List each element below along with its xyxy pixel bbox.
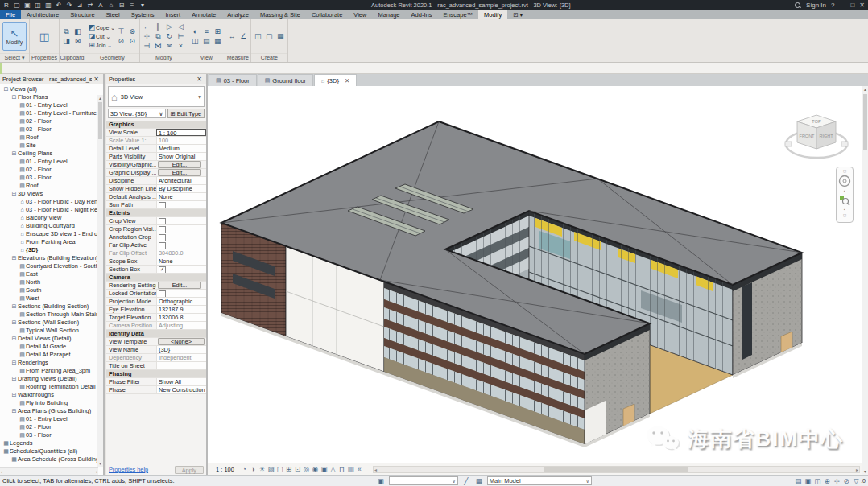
modify-button[interactable]: ↖ Modify bbox=[2, 22, 27, 51]
ribbon-tab[interactable]: Insert bbox=[159, 10, 186, 19]
property-row[interactable]: View Template <None> bbox=[106, 338, 206, 346]
print-icon[interactable]: ▥ bbox=[43, 1, 53, 10]
view-tab-3d[interactable]: ⌂ {3D} ✕ bbox=[314, 74, 357, 86]
scroll-down-icon[interactable]: ▾ bbox=[97, 460, 103, 467]
property-row[interactable]: Phase Filter Show All bbox=[106, 378, 206, 386]
ribbon-tab[interactable]: Enscape™ bbox=[437, 10, 478, 19]
ribbon-tab[interactable]: Manage bbox=[372, 10, 405, 19]
scroll-down-icon[interactable]: ▾ bbox=[862, 468, 868, 475]
tree-item[interactable]: ▤ 03 - Floor bbox=[0, 126, 103, 134]
ribbon-tab[interactable]: Analyze bbox=[221, 10, 254, 19]
design-options-combobox[interactable]: Main Model ∨ bbox=[487, 476, 592, 485]
visual-style-icon[interactable]: ◔ bbox=[240, 465, 249, 474]
tree-item[interactable]: ⊟ Sections (Building Section) bbox=[0, 303, 103, 311]
tree-item[interactable]: ⌂ Building Courtyard bbox=[0, 222, 103, 230]
ribbon-tab[interactable]: Annotate bbox=[186, 10, 221, 19]
select-toggle-icon[interactable]: ⊹ bbox=[832, 477, 841, 485]
ribbon-tab[interactable]: Structure bbox=[64, 10, 100, 19]
split-icon[interactable]: ⊣ bbox=[143, 42, 151, 51]
view-tab-close-icon[interactable]: ✕ bbox=[345, 77, 349, 84]
property-row[interactable]: View Scale 1 : 100 bbox=[106, 129, 206, 137]
trim-icon[interactable]: ⊢ bbox=[176, 32, 185, 41]
ribbon-tab[interactable]: Steel bbox=[101, 10, 126, 19]
mirror-draw-icon[interactable]: ◁ bbox=[176, 23, 185, 31]
align-icon[interactable]: ⌐ bbox=[143, 23, 151, 31]
tree-item[interactable]: ▦ Area Schedule (Gross Building) bbox=[0, 455, 103, 463]
delete-icon[interactable]: × bbox=[176, 42, 185, 51]
worksets-icon[interactable]: ▤ bbox=[793, 477, 803, 485]
tree-item[interactable]: ▤ Fly into Building bbox=[0, 399, 103, 407]
tree-item[interactable]: ⌂ From Parking Area bbox=[0, 238, 103, 246]
tree-item[interactable]: ⊟ Renderings bbox=[0, 359, 103, 367]
tree-item[interactable]: ▤ Site bbox=[0, 142, 103, 150]
tree-item[interactable]: ▤ West bbox=[0, 294, 103, 303]
project-browser-close-icon[interactable]: ✕ bbox=[92, 76, 101, 83]
temporary-view-properties-icon[interactable]: ▣ bbox=[320, 465, 329, 474]
exclusions-icon[interactable]: ⊘ bbox=[841, 477, 851, 485]
array-icon[interactable]: ⋈ bbox=[154, 42, 163, 51]
properties-close-icon[interactable]: ✕ bbox=[195, 76, 204, 83]
links-icon[interactable]: ⊕ bbox=[822, 477, 832, 485]
tree-item[interactable]: ▤ 03 - Floor bbox=[0, 174, 103, 182]
design-options-grid-icon[interactable]: ▦ bbox=[474, 477, 484, 485]
create-similar-icon[interactable]: ▢ bbox=[265, 32, 274, 41]
ribbon-tab[interactable]: View bbox=[348, 10, 372, 19]
property-row[interactable]: Target Elevation 132006.8 bbox=[106, 314, 206, 322]
tree-item[interactable]: ▤ 01 - Entry Level bbox=[0, 158, 103, 166]
maximize-button[interactable]: □ bbox=[850, 2, 854, 9]
section-icon[interactable]: ⊟ bbox=[117, 1, 126, 10]
tree-item[interactable]: ▤ 01 - Entry Level - Furniture L bbox=[0, 109, 103, 117]
beam-icon[interactable]: ⊗ bbox=[128, 27, 137, 36]
property-row[interactable]: Visibility/Graphic... Edit... bbox=[106, 161, 206, 169]
tree-item[interactable]: ⌂ {3D} bbox=[0, 246, 103, 254]
text-icon[interactable]: A bbox=[96, 1, 105, 10]
project-browser-scrollbar[interactable]: ▴ ▾ bbox=[97, 95, 103, 467]
tree-item[interactable]: ▤ Courtyard Elevation - South bbox=[0, 262, 103, 270]
tree-item[interactable]: ⊟ Detail Views (Detail) bbox=[0, 335, 103, 343]
rotate-icon[interactable]: ↻ bbox=[165, 32, 174, 41]
property-row[interactable]: Scale Value 1: 100 bbox=[106, 137, 206, 145]
copy-element-icon[interactable]: ⧉ bbox=[154, 32, 163, 41]
ribbon-tab[interactable]: File bbox=[0, 10, 21, 19]
temporary-hide-icon[interactable]: ◎ bbox=[302, 465, 311, 474]
property-row[interactable]: Title on Sheet bbox=[106, 362, 206, 370]
annotation-crop-icon[interactable]: ⊡ bbox=[293, 465, 302, 474]
type-selector-dropdown-icon[interactable]: ▾ bbox=[198, 93, 201, 101]
worksharing-display-icon[interactable]: ▥ bbox=[346, 465, 355, 474]
displace-icon[interactable]: ▤ bbox=[202, 37, 211, 46]
edit-type-button[interactable]: ⊞ Edit Type bbox=[167, 109, 205, 118]
minimize-button[interactable]: — bbox=[839, 2, 845, 9]
tree-item[interactable]: ▤ 02 - Floor bbox=[0, 423, 103, 431]
tree-item[interactable]: ▤ 03 - Floor bbox=[0, 431, 103, 439]
linework-icon[interactable]: ⊞ bbox=[213, 27, 222, 36]
navbar-expand-icon[interactable]: ◻ bbox=[843, 169, 846, 173]
cut-icon[interactable]: ◧ bbox=[73, 27, 82, 36]
paint-icon[interactable]: ⊙ bbox=[128, 37, 137, 46]
match-type-icon[interactable]: ⊠ bbox=[73, 37, 82, 46]
ribbon-tab[interactable]: Modify bbox=[478, 10, 507, 19]
viewcube[interactable]: TOP FRONT RIGHT bbox=[783, 109, 850, 165]
property-row[interactable]: Default Analysis ... None bbox=[106, 193, 206, 201]
offset-icon[interactable]: ∥ bbox=[154, 23, 163, 31]
navbar-more-icon[interactable]: ◻ bbox=[843, 213, 846, 217]
project-browser-hscrollbar[interactable]: ‹› bbox=[0, 467, 98, 475]
tree-item[interactable]: ⊟ Walkthroughs bbox=[0, 391, 103, 399]
filter-icon[interactable]: ▽ bbox=[851, 477, 861, 485]
tree-item[interactable]: ▤ Roof bbox=[0, 182, 103, 190]
property-row[interactable]: Far Clip Active bbox=[106, 241, 206, 249]
tree-item[interactable]: ⊟ Drafting Views (Detail) bbox=[0, 375, 103, 383]
property-row[interactable]: Rendering Settings Edit... bbox=[106, 282, 206, 290]
default-3d-view-icon[interactable]: ⌂ bbox=[106, 1, 116, 10]
property-row[interactable]: Camera Position Adjusting bbox=[106, 322, 206, 330]
thin-lines-icon[interactable]: ≡ bbox=[127, 1, 137, 10]
tree-item[interactable]: ▤ From Parking Area_3pm bbox=[0, 367, 103, 375]
properties-toggle-button[interactable]: ◫ bbox=[32, 22, 56, 51]
view-scale-button[interactable]: 1 : 100 bbox=[216, 466, 234, 473]
undo-icon[interactable]: ↶ bbox=[54, 1, 64, 10]
hide-elements-icon[interactable]: ◐ bbox=[191, 27, 200, 36]
3d-building-model[interactable] bbox=[208, 86, 862, 463]
tree-item[interactable]: ⊟ Ceiling Plans bbox=[0, 150, 103, 158]
join-geometry-button[interactable]: ⊞Join ⌄ bbox=[88, 41, 115, 50]
property-row[interactable]: Eye Elevation 132187.9 bbox=[106, 306, 206, 314]
property-row[interactable]: Far Clip Offset 304800.0 bbox=[106, 249, 206, 257]
